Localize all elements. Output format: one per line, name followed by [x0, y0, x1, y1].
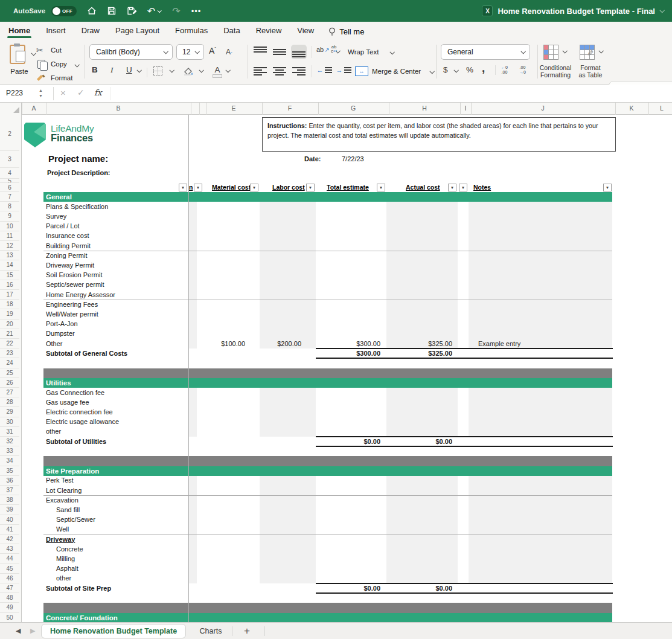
- row-label-47[interactable]: Subtotal of Site Prep: [46, 585, 111, 593]
- increase-font-icon[interactable]: Aˆ: [209, 46, 216, 56]
- bold-button[interactable]: B: [92, 65, 98, 74]
- tab-formulas[interactable]: Formulas: [174, 26, 209, 40]
- column-title-J[interactable]: Notes: [473, 184, 491, 191]
- filter-button-E[interactable]: ▼: [250, 184, 258, 191]
- row-header-17[interactable]: 17: [0, 290, 19, 300]
- copy-button[interactable]: Copy: [51, 60, 67, 68]
- row-label-16[interactable]: Septic/sewer permit: [46, 281, 104, 289]
- paste-chevron-icon[interactable]: [31, 51, 36, 56]
- row-header-13[interactable]: 13: [0, 251, 19, 260]
- row-header-11[interactable]: 11: [0, 231, 19, 241]
- row-label-37[interactable]: Lot Clearing: [46, 487, 82, 495]
- align-left-icon[interactable]: [252, 64, 268, 79]
- row-header-49[interactable]: 49: [0, 603, 19, 612]
- merge-center-chevron-icon[interactable]: [429, 69, 434, 74]
- enter-icon[interactable]: ✓: [77, 88, 85, 97]
- row-label-23[interactable]: Subtotal of General Costs: [46, 350, 127, 358]
- increase-decimal-icon[interactable]: ←0.00: [501, 65, 508, 75]
- project-name-label[interactable]: Project name:: [48, 153, 108, 164]
- cell-H32[interactable]: $0.00: [386, 438, 452, 446]
- row-header-45[interactable]: 45: [0, 564, 19, 574]
- filter-button-G[interactable]: ▼: [377, 184, 385, 191]
- font-size-select[interactable]: 12: [176, 44, 204, 60]
- format-as-table-chevron-icon[interactable]: [598, 48, 603, 53]
- row-label-11[interactable]: Insurance cost: [46, 232, 89, 240]
- cell-G23[interactable]: $300.00: [316, 350, 380, 358]
- row-label-20[interactable]: Port-A-Jon: [46, 320, 78, 329]
- font-color-icon[interactable]: A: [213, 65, 222, 78]
- decrease-font-icon[interactable]: Aˇ: [226, 47, 232, 56]
- row-header-24[interactable]: 24: [0, 358, 19, 368]
- row-header-26[interactable]: 26: [0, 378, 19, 388]
- save-as-icon[interactable]: [126, 5, 137, 16]
- conditional-formatting-chevron-icon[interactable]: [562, 48, 567, 53]
- title-chevron-icon[interactable]: [659, 8, 664, 13]
- cell-E22[interactable]: $100.00: [203, 340, 245, 348]
- column-title-F[interactable]: Labor cost: [272, 184, 305, 191]
- formula-input[interactable]: [118, 85, 672, 102]
- align-top-icon[interactable]: [252, 45, 268, 59]
- row-header-33[interactable]: 33: [0, 446, 19, 456]
- row-header-29[interactable]: 29: [0, 407, 19, 417]
- cell-H23[interactable]: $325.00: [386, 350, 452, 358]
- row-label-30[interactable]: Electric usage allowance: [46, 418, 119, 426]
- merge-center-icon[interactable]: ↔: [355, 66, 368, 76]
- decrease-indent-icon[interactable]: ←: [316, 66, 332, 74]
- font-name-select[interactable]: Calibri (Body): [89, 44, 173, 60]
- copy-chevron-icon[interactable]: [74, 62, 79, 67]
- row-header-37[interactable]: 37: [0, 486, 19, 495]
- paste-icon[interactable]: [8, 43, 29, 64]
- fill-color-icon[interactable]: [183, 66, 194, 77]
- row-header-22[interactable]: 22: [0, 339, 19, 348]
- currency-chevron-icon[interactable]: [453, 68, 458, 72]
- row-label-31[interactable]: other: [46, 428, 61, 436]
- row-label-10[interactable]: Parcel / Lot: [46, 222, 80, 231]
- column-title-H[interactable]: Actual cost: [406, 184, 440, 191]
- row-header-18[interactable]: 18: [0, 300, 19, 309]
- cut-icon[interactable]: ✂: [36, 45, 43, 55]
- paste-button[interactable]: Paste: [6, 68, 33, 75]
- row-header-20[interactable]: 20: [0, 320, 19, 329]
- sheet-tab-charts[interactable]: Charts: [192, 624, 229, 638]
- row-header-9[interactable]: 9: [0, 211, 19, 221]
- number-format-select[interactable]: General: [441, 44, 530, 60]
- redo-icon[interactable]: ↷: [171, 5, 182, 16]
- currency-format-icon[interactable]: $: [443, 65, 448, 74]
- row-label-27[interactable]: Gas Connection fee: [46, 389, 104, 397]
- row-header-46[interactable]: 46: [0, 574, 19, 583]
- row-header-35[interactable]: 35: [0, 466, 19, 476]
- align-center-icon[interactable]: [272, 64, 287, 79]
- row-label-46[interactable]: other: [56, 574, 71, 583]
- section-title-7[interactable]: General: [46, 193, 72, 201]
- row-header-7[interactable]: 7: [0, 192, 19, 202]
- cell-H47[interactable]: $0.00: [386, 585, 452, 593]
- wrap-text-button[interactable]: Wrap Text: [348, 48, 379, 56]
- row-header-23[interactable]: 23: [0, 348, 19, 358]
- save-icon[interactable]: [106, 5, 117, 16]
- row-header-2[interactable]: 2: [0, 117, 19, 151]
- home-icon[interactable]: [86, 5, 97, 16]
- comma-format-icon[interactable]: ,: [482, 62, 485, 75]
- row-header-38[interactable]: 38: [0, 495, 19, 505]
- row-label-42[interactable]: Driveway: [46, 536, 75, 544]
- row-label-22[interactable]: Other: [46, 340, 63, 348]
- tab-page-layout[interactable]: Page Layout: [114, 26, 161, 40]
- format-painter-button[interactable]: Format: [51, 74, 72, 82]
- row-header-28[interactable]: 28: [0, 397, 19, 407]
- row-label-41[interactable]: Well: [56, 525, 69, 534]
- filter-button-B[interactable]: ▼: [179, 184, 187, 191]
- row-header-15[interactable]: 15: [0, 271, 19, 280]
- section-title-50[interactable]: Concrete/ Foundation: [46, 614, 118, 622]
- decrease-decimal-icon[interactable]: .00→0: [519, 65, 526, 75]
- row-label-44[interactable]: Milling: [56, 555, 75, 564]
- filter-button-CD[interactable]: ▼: [194, 184, 202, 191]
- row-label-45[interactable]: Asphalt: [56, 565, 78, 573]
- underline-button[interactable]: U: [126, 65, 132, 74]
- font-color-chevron-icon[interactable]: [225, 68, 230, 72]
- row-label-43[interactable]: Concrete: [56, 545, 83, 554]
- merge-center-button[interactable]: Merge & Center: [372, 68, 421, 75]
- row-label-28[interactable]: Gas usage fee: [46, 399, 89, 407]
- increase-indent-icon[interactable]: →: [336, 66, 351, 74]
- row-header-6[interactable]: 6: [0, 183, 19, 192]
- row-header-32[interactable]: 32: [0, 437, 19, 446]
